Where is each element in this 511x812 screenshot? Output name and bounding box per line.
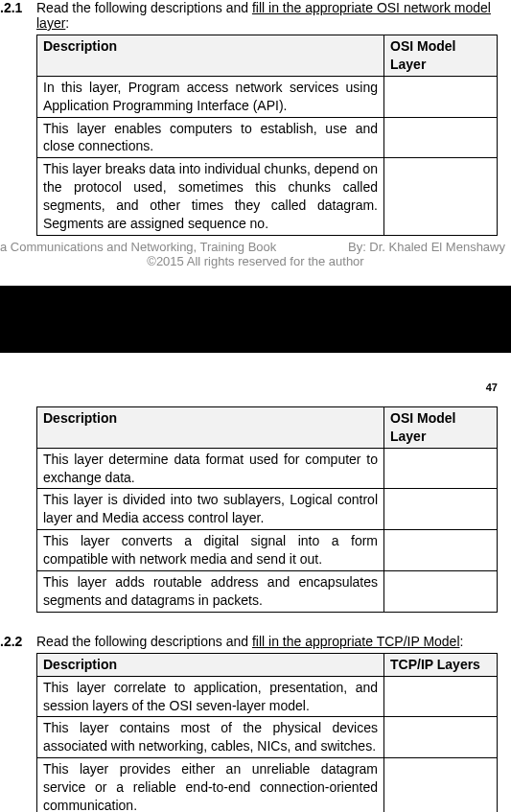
desc-cell: This layer determine data format used fo…: [37, 448, 384, 489]
osi-table-part2: Description OSI Model Layer This layer d…: [36, 406, 498, 613]
footer-copyright: ©2015 All rights reserved for the author: [0, 254, 511, 268]
answer-cell[interactable]: [384, 717, 498, 758]
table-header-row: Description OSI Model Layer: [37, 406, 498, 448]
section-1-text: Read the following descriptions and fill…: [36, 0, 501, 31]
page-divider-bar: [0, 286, 511, 353]
answer-cell[interactable]: [384, 489, 498, 530]
table-header-row: Description OSI Model Layer: [37, 35, 498, 77]
section-2-number: .2.2: [0, 634, 36, 649]
table-row: This layer is divided into two sublayers…: [37, 489, 498, 530]
table-row: This layer enables computers to establis…: [37, 117, 498, 158]
section-1-heading: .2.1 Read the following descriptions and…: [0, 0, 501, 31]
footer-title: a Communications and Networking, Trainin…: [0, 240, 276, 254]
header-tcpip-layer: TCP/IP Layers: [384, 653, 498, 676]
desc-cell: In this layer, Program access network se…: [37, 76, 384, 117]
header-osi-layer: OSI Model Layer: [384, 35, 498, 77]
answer-cell[interactable]: [384, 158, 498, 236]
answer-cell[interactable]: [384, 676, 498, 717]
desc-cell: This layer contains most of the physical…: [37, 717, 384, 758]
desc-cell: This layer enables computers to establis…: [37, 117, 384, 158]
section-1-number: .2.1: [0, 0, 36, 15]
desc-cell: This layer adds routable address and enc…: [37, 571, 384, 613]
section-1-post: :: [65, 15, 69, 31]
answer-cell[interactable]: [384, 571, 498, 613]
page-number: 47: [0, 382, 511, 393]
answer-cell[interactable]: [384, 76, 498, 117]
section-2-text: Read the following descriptions and fill…: [36, 634, 501, 649]
table-row: This layer adds routable address and enc…: [37, 571, 498, 613]
table-row: This layer converts a digital signal int…: [37, 530, 498, 571]
desc-cell: This layer converts a digital signal int…: [37, 530, 384, 571]
table-row: This layer provides either an unreliable…: [37, 758, 498, 812]
header-description: Description: [37, 35, 384, 77]
desc-cell: This layer breaks data into individual c…: [37, 158, 384, 236]
tcpip-table: Description TCP/IP Layers This layer cor…: [36, 653, 498, 812]
table-row: This layer contains most of the physical…: [37, 717, 498, 758]
osi-table-part1: Description OSI Model Layer In this laye…: [36, 35, 498, 236]
table-row: This layer breaks data into individual c…: [37, 158, 498, 236]
header-osi-layer: OSI Model Layer: [384, 406, 498, 448]
section-2-heading: .2.2 Read the following descriptions and…: [0, 634, 501, 649]
header-description: Description: [37, 653, 384, 676]
answer-cell[interactable]: [384, 758, 498, 812]
table-row: This layer determine data format used fo…: [37, 448, 498, 489]
table-row: In this layer, Program access network se…: [37, 76, 498, 117]
header-description: Description: [37, 406, 384, 448]
answer-cell[interactable]: [384, 448, 498, 489]
answer-cell[interactable]: [384, 117, 498, 158]
footer-author: By: Dr. Khaled El Menshawy: [348, 240, 505, 254]
section-2-pre: Read the following descriptions and: [36, 634, 252, 649]
section-2-post: :: [460, 634, 464, 649]
desc-cell: This layer correlate to application, pre…: [37, 676, 384, 717]
section-1-pre: Read the following descriptions and: [36, 0, 252, 15]
table-row: This layer correlate to application, pre…: [37, 676, 498, 717]
desc-cell: This layer is divided into two sublayers…: [37, 489, 384, 530]
page-footer: a Communications and Networking, Trainin…: [0, 240, 511, 268]
table-header-row: Description TCP/IP Layers: [37, 653, 498, 676]
section-2-underlined: fill in the appropriate TCP/IP Model: [252, 634, 460, 649]
answer-cell[interactable]: [384, 530, 498, 571]
desc-cell: This layer provides either an unreliable…: [37, 758, 384, 812]
